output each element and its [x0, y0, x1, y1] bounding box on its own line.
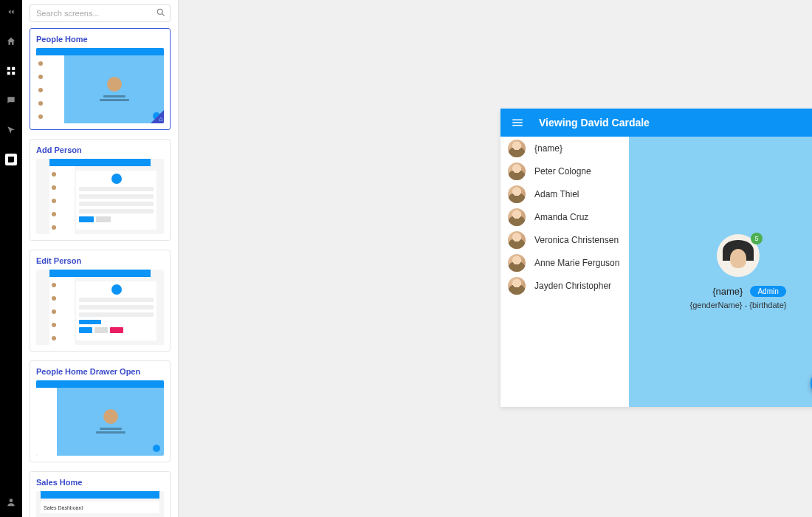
grid-icon[interactable] — [5, 65, 17, 77]
screens-panel: People Home — [22, 0, 179, 517]
avatar — [508, 185, 526, 203]
screen-thumbnail — [36, 270, 164, 345]
screen-title: Add Person — [30, 140, 170, 159]
search-icon[interactable] — [156, 7, 166, 18]
menu-icon[interactable] — [511, 116, 524, 129]
person-name: {name} — [534, 143, 562, 154]
avatar — [508, 231, 526, 249]
svg-rect-1 — [12, 67, 15, 70]
detail-subtitle: {genderName} - {birthdate} — [690, 301, 787, 309]
person-name: Peter Cologne — [534, 166, 591, 177]
svg-point-5 — [157, 9, 162, 14]
screen-card-drawer-open[interactable]: People Home Drawer Open — [30, 360, 171, 462]
sales-thumb-title: Sales Dashboard — [41, 501, 159, 513]
screen-card-edit-person[interactable]: Edit Person — [30, 250, 171, 352]
home-marker-icon: ⌂ — [159, 115, 163, 123]
svg-point-4 — [10, 499, 13, 502]
nav-rail — [0, 0, 22, 517]
search-input[interactable] — [30, 4, 171, 22]
svg-rect-7 — [512, 122, 523, 123]
svg-rect-2 — [7, 72, 10, 75]
person-name: Adam Thiel — [534, 189, 579, 199]
avatar — [508, 162, 526, 180]
screen-title: Edit Person — [30, 250, 170, 270]
person-name: Jayden Christopher — [534, 281, 611, 291]
app-header: Viewing David Cardale — [500, 109, 812, 137]
screen-thumbnail — [36, 380, 164, 456]
person-row[interactable]: Jayden Christopher — [500, 274, 629, 297]
avatar — [508, 208, 526, 226]
chat-icon[interactable] — [5, 95, 17, 106]
person-row[interactable]: Amanda Cruz — [500, 205, 629, 228]
person-row[interactable]: {name} — [500, 137, 629, 160]
screens-list[interactable]: People Home — [22, 27, 178, 517]
screen-title: People Home — [30, 29, 170, 48]
home-icon[interactable] — [5, 35, 17, 47]
person-name: Amanda Cruz — [534, 212, 588, 222]
avatar — [508, 254, 526, 272]
svg-rect-8 — [512, 125, 523, 126]
svg-rect-3 — [12, 72, 15, 75]
count-badge: 5 — [751, 233, 763, 244]
app-preview: Viewing David Cardale {name} Peter Colog… — [500, 109, 812, 407]
people-list: {name} Peter Cologne Adam Thiel Amanda C… — [500, 137, 629, 407]
screen-title: People Home Drawer Open — [30, 361, 170, 380]
screen-thumbnail: Sales Dashboard — [36, 491, 164, 517]
person-name: Anne Marie Ferguson — [534, 258, 619, 268]
person-row[interactable]: Veronica Christensen — [500, 228, 629, 251]
svg-rect-0 — [7, 67, 10, 70]
admin-badge: Admin — [750, 286, 785, 297]
person-row[interactable]: Anne Marie Ferguson — [500, 251, 629, 274]
person-row[interactable]: Peter Cologne — [500, 160, 629, 182]
screen-thumbnail: ⌂ — [36, 48, 164, 123]
user-icon[interactable] — [5, 496, 17, 508]
person-name: Veronica Christensen — [534, 235, 619, 245]
screen-card-people-home[interactable]: People Home — [30, 28, 171, 130]
svg-rect-6 — [512, 120, 523, 121]
screen-title: Sales Home — [30, 472, 170, 491]
canvas[interactable]: Viewing David Cardale {name} Peter Colog… — [179, 0, 812, 517]
avatar — [508, 140, 526, 157]
collapse-icon[interactable] — [5, 6, 17, 18]
avatar — [508, 277, 526, 295]
cursor-icon[interactable] — [5, 124, 17, 136]
app-title: Viewing David Cardale — [539, 117, 812, 129]
screen-card-add-person[interactable]: Add Person — [30, 139, 171, 241]
screen-card-sales-home[interactable]: Sales Home Sales Dashboard — [30, 471, 171, 517]
detail-pane: 5 {name} Admin {genderName} - {birthdate… — [629, 137, 812, 407]
screen-thumbnail — [36, 159, 164, 234]
detail-name: {name} — [712, 286, 743, 297]
person-row[interactable]: Adam Thiel — [500, 182, 629, 205]
search-box — [30, 4, 171, 22]
note-icon[interactable] — [5, 154, 17, 165]
